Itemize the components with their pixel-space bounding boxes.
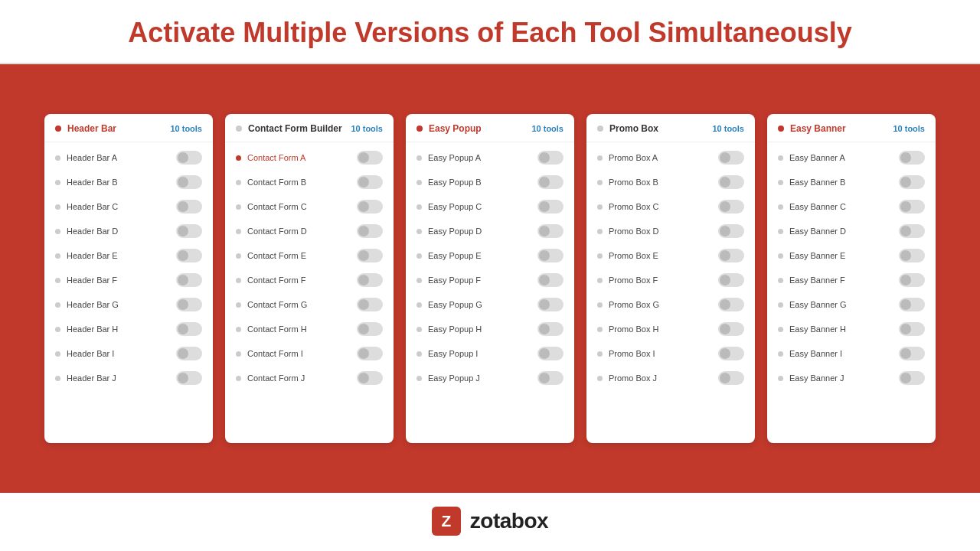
tool-row-easy-popup-7[interactable]: Easy Popup H	[406, 317, 574, 341]
toggle-easy-popup-7[interactable]	[537, 322, 564, 336]
toggle-contact-form-7[interactable]	[357, 322, 383, 336]
tool-row-header-bar-9[interactable]: Header Bar J	[44, 366, 213, 390]
tool-row-contact-form-6[interactable]: Contact Form G	[225, 292, 394, 317]
tool-row-promo-box-2[interactable]: Promo Box C	[586, 194, 755, 219]
tool-row-promo-box-1[interactable]: Promo Box B	[586, 170, 755, 194]
toggle-easy-popup-4[interactable]	[537, 249, 564, 262]
tool-row-header-bar-0[interactable]: Header Bar A	[44, 145, 213, 170]
toggle-contact-form-1[interactable]	[357, 175, 383, 189]
toggle-easy-banner-3[interactable]	[899, 224, 925, 238]
tool-row-contact-form-4[interactable]: Contact Form E	[225, 243, 394, 268]
tool-row-header-bar-4[interactable]: Header Bar E	[44, 243, 213, 268]
toggle-header-bar-9[interactable]	[176, 371, 202, 385]
toggle-promo-box-4[interactable]	[718, 249, 744, 262]
toggle-promo-box-6[interactable]	[718, 298, 744, 311]
tool-row-easy-popup-2[interactable]: Easy Popup C	[406, 194, 574, 219]
tool-row-easy-popup-3[interactable]: Easy Popup D	[406, 219, 574, 243]
tool-row-header-bar-5[interactable]: Header Bar F	[44, 268, 213, 292]
tool-row-contact-form-2[interactable]: Contact Form C	[225, 194, 394, 219]
toggle-contact-form-6[interactable]	[357, 298, 383, 311]
toggle-promo-box-9[interactable]	[718, 371, 744, 385]
toggle-easy-banner-8[interactable]	[899, 347, 925, 360]
tool-row-contact-form-1[interactable]: Contact Form B	[225, 170, 394, 194]
toggle-easy-banner-5[interactable]	[899, 273, 925, 287]
toggle-easy-popup-5[interactable]	[537, 273, 564, 287]
tool-row-easy-popup-6[interactable]: Easy Popup G	[406, 292, 574, 317]
toggle-promo-box-1[interactable]	[718, 175, 744, 189]
toggle-easy-banner-4[interactable]	[899, 249, 925, 262]
toggle-header-bar-7[interactable]	[176, 322, 202, 336]
toggle-easy-popup-2[interactable]	[537, 200, 564, 214]
tool-row-easy-popup-9[interactable]: Easy Popup J	[406, 366, 574, 390]
toggle-header-bar-8[interactable]	[176, 347, 202, 360]
toggle-easy-popup-8[interactable]	[537, 347, 564, 360]
toggle-header-bar-4[interactable]	[176, 249, 202, 262]
toggle-easy-banner-0[interactable]	[899, 151, 925, 165]
tool-row-promo-box-9[interactable]: Promo Box J	[586, 366, 755, 390]
toggle-header-bar-3[interactable]	[176, 224, 202, 238]
tool-row-easy-banner-1[interactable]: Easy Banner B	[767, 170, 936, 194]
toggle-header-bar-2[interactable]	[176, 200, 202, 214]
toggle-contact-form-0[interactable]	[357, 151, 383, 165]
toggle-promo-box-7[interactable]	[718, 322, 744, 336]
tool-row-contact-form-5[interactable]: Contact Form F	[225, 268, 394, 292]
toggle-easy-popup-9[interactable]	[537, 371, 564, 385]
tool-row-contact-form-7[interactable]: Contact Form H	[225, 317, 394, 341]
tool-row-promo-box-3[interactable]: Promo Box D	[586, 219, 755, 243]
tool-row-contact-form-3[interactable]: Contact Form D	[225, 219, 394, 243]
toggle-contact-form-5[interactable]	[357, 273, 383, 287]
tool-row-header-bar-6[interactable]: Header Bar G	[44, 292, 213, 317]
toggle-header-bar-0[interactable]	[176, 151, 202, 165]
tool-row-easy-popup-1[interactable]: Easy Popup B	[406, 170, 574, 194]
tool-row-easy-banner-0[interactable]: Easy Banner A	[767, 145, 936, 170]
tool-row-promo-box-0[interactable]: Promo Box A	[586, 145, 755, 170]
toggle-header-bar-5[interactable]	[176, 273, 202, 287]
toggle-easy-popup-3[interactable]	[537, 224, 564, 238]
tool-row-easy-banner-5[interactable]: Easy Banner F	[767, 268, 936, 292]
tool-row-easy-popup-5[interactable]: Easy Popup F	[406, 268, 574, 292]
toggle-easy-popup-6[interactable]	[537, 298, 564, 311]
tool-row-easy-banner-7[interactable]: Easy Banner H	[767, 317, 936, 341]
tool-row-promo-box-5[interactable]: Promo Box F	[586, 268, 755, 292]
tool-row-header-bar-7[interactable]: Header Bar H	[44, 317, 213, 341]
toggle-header-bar-6[interactable]	[176, 298, 202, 311]
tool-row-easy-banner-4[interactable]: Easy Banner E	[767, 243, 936, 268]
toggle-contact-form-3[interactable]	[357, 224, 383, 238]
tool-row-promo-box-8[interactable]: Promo Box I	[586, 341, 755, 366]
toggle-easy-popup-1[interactable]	[537, 175, 564, 189]
tool-row-header-bar-2[interactable]: Header Bar C	[44, 194, 213, 219]
tool-row-promo-box-6[interactable]: Promo Box G	[586, 292, 755, 317]
toggle-easy-banner-1[interactable]	[899, 175, 925, 189]
toggle-promo-box-3[interactable]	[718, 224, 744, 238]
toggle-easy-popup-0[interactable]	[537, 151, 564, 165]
tool-row-header-bar-8[interactable]: Header Bar I	[44, 341, 213, 366]
tool-row-header-bar-1[interactable]: Header Bar B	[44, 170, 213, 194]
toggle-promo-box-5[interactable]	[718, 273, 744, 287]
toggle-header-bar-1[interactable]	[176, 175, 202, 189]
tool-row-contact-form-0[interactable]: Contact Form A	[225, 145, 394, 170]
tool-row-easy-banner-8[interactable]: Easy Banner I	[767, 341, 936, 366]
toggle-easy-banner-9[interactable]	[899, 371, 925, 385]
tool-row-contact-form-9[interactable]: Contact Form J	[225, 366, 394, 390]
toggle-easy-banner-6[interactable]	[899, 298, 925, 311]
toggle-easy-banner-2[interactable]	[899, 200, 925, 214]
toggle-promo-box-2[interactable]	[718, 200, 744, 214]
toggle-contact-form-8[interactable]	[357, 347, 383, 360]
toggle-contact-form-2[interactable]	[357, 200, 383, 214]
toggle-easy-banner-7[interactable]	[899, 322, 925, 336]
tool-row-easy-banner-9[interactable]: Easy Banner J	[767, 366, 936, 390]
tool-row-easy-popup-8[interactable]: Easy Popup I	[406, 341, 574, 366]
tool-row-easy-banner-2[interactable]: Easy Banner C	[767, 194, 936, 219]
toggle-contact-form-9[interactable]	[357, 371, 383, 385]
tool-row-easy-popup-4[interactable]: Easy Popup E	[406, 243, 574, 268]
tool-row-easy-popup-0[interactable]: Easy Popup A	[406, 145, 574, 170]
toggle-contact-form-4[interactable]	[357, 249, 383, 262]
toggle-promo-box-0[interactable]	[718, 151, 744, 165]
tool-row-header-bar-3[interactable]: Header Bar D	[44, 219, 213, 243]
tool-row-promo-box-7[interactable]: Promo Box H	[586, 317, 755, 341]
tool-row-promo-box-4[interactable]: Promo Box E	[586, 243, 755, 268]
tool-row-easy-banner-6[interactable]: Easy Banner G	[767, 292, 936, 317]
tool-row-easy-banner-3[interactable]: Easy Banner D	[767, 219, 936, 243]
toggle-promo-box-8[interactable]	[718, 347, 744, 360]
tool-row-contact-form-8[interactable]: Contact Form I	[225, 341, 394, 366]
